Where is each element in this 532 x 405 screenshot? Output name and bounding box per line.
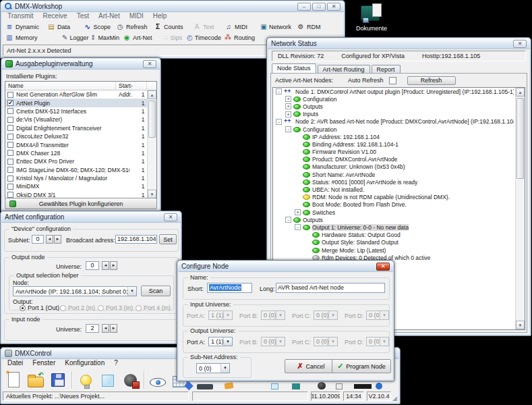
plugin-row[interactable]: DiscoLitez Deluxe321 [5,132,156,140]
tree-item[interactable]: Manufacturer: Unknown (0x53 0x4b) [273,163,525,171]
tree-item-selected[interactable]: -Output 1: Universe: 0-0 - No new data [273,223,525,231]
input-universe-spinner[interactable]: ◄► [102,324,117,333]
tree-item[interactable]: Binding Address: 192.168.1.104-1 [273,140,525,148]
tree-item[interactable]: +Configuration [273,95,525,103]
close-button[interactable] [376,263,390,271]
timecode-button[interactable]: Timecode [184,34,221,41]
scroll-down-arrow[interactable]: ▼ [516,321,525,329]
plugin-row[interactable]: Enttec DMX Pro Driver1 [5,157,156,165]
light-scene-button[interactable] [77,370,94,390]
menu-transmit[interactable]: Transmit [3,12,38,21]
dropdown-arrow-icon[interactable]: ▼ [127,287,136,296]
titlebar-pluginmanager[interactable]: Ausgabepluginverwaltung [2,59,160,70]
plugin-checkbox[interactable] [7,134,13,140]
counts-button[interactable]: Counts [151,24,190,30]
tree-item[interactable]: Merge Mode: Ltp (Latest) [273,246,525,254]
plugin-row-selected[interactable]: ArtNet Plugin1 [5,99,156,107]
tree-item[interactable]: Boot Mode: Booted from Flash Drive. [273,201,525,209]
plugin-row[interactable]: Kristol Nys / Manolator / Magnulator1 [5,174,156,182]
plugin-row[interactable]: Next Generation AfterGlow Slim1 [5,90,156,99]
menu-artnet[interactable]: Art-Net [94,12,125,21]
column-header-name[interactable]: Name [5,82,116,90]
plugin-checkbox[interactable] [7,184,13,190]
tree-item[interactable]: IP Address: 192.168.1.104 [273,133,525,140]
visualizer-button[interactable] [149,370,167,390]
tree-item[interactable]: Product: DMXControl.AvrArtNode [273,156,525,163]
input-universe-field[interactable]: 2 [86,324,99,333]
menu-datei[interactable]: Datei [3,359,28,368]
plugin-row[interactable]: Cinetix DMX-512 Interfaces1 [5,107,156,115]
output-universe-field[interactable]: 0 [86,261,99,270]
subnet-field[interactable]: 0 [32,235,44,244]
titlebar-configure-node[interactable]: Configure Node [178,261,393,272]
menu-help[interactable]: ? [109,359,123,368]
tree-item[interactable]: -Configuration [273,126,525,133]
close-button[interactable] [164,213,177,221]
plugin-checkbox[interactable] [7,125,13,131]
titlebar-network-status[interactable]: Network Status [268,38,530,49]
broadcast-address-field[interactable]: 192.168.1.104 [115,235,157,244]
plugin-row[interactable]: de:Vis (Visualizer)1 [5,115,156,124]
menu-help[interactable]: Help [148,12,172,21]
close-button[interactable] [513,40,527,48]
tree-item[interactable]: Hardware Status: Output Good [273,232,525,239]
network-button[interactable]: Network [258,24,294,30]
tree-expander[interactable]: - [276,88,282,94]
plugin-row[interactable]: DMX4All Transmitter1 [5,140,156,148]
scroll-up-arrow[interactable]: ▲ [516,88,525,97]
close-button[interactable] [143,60,156,68]
plugin-checkbox[interactable] [7,167,13,173]
plugin-checkbox[interactable] [7,150,13,156]
tree-item[interactable]: RDM: Node is not RDM capable (Unidirecti… [273,194,525,201]
tree-item[interactable]: -Node 2: AVR based Art-Net node [Product… [273,118,525,126]
output-universe-spinner[interactable]: ◄► [102,261,117,270]
scan-button[interactable]: Scan [141,286,171,296]
data-button[interactable]: Data [45,24,81,30]
titlebar-artnet-configuration[interactable]: ArtNet configuration [1,212,181,223]
effects-button[interactable] [99,370,117,390]
tree-expander[interactable]: - [285,217,291,223]
plugin-list-scrollbar[interactable]: ▲ ▼ [147,90,156,198]
plugin-row[interactable]: DMX Chaser 1281 [5,149,156,157]
tree-expander[interactable]: + [285,103,291,109]
tree-expander[interactable]: + [295,209,301,215]
plugin-row[interactable]: IMG StageLine DMX-60; DMX-120; DMX-510..… [5,166,156,174]
tree-expander[interactable]: - [295,224,301,230]
port1-out-radio[interactable]: Port 1 (Out) [20,304,59,311]
scroll-thumb[interactable] [148,101,156,138]
auto-refresh-checkbox[interactable] [389,77,396,84]
maxmin-button[interactable]: MaxMin [88,34,120,41]
subnet-spinner[interactable]: ◄► [46,235,61,244]
resize-grip[interactable]: ◢ [392,395,397,402]
audio-button[interactable] [121,370,139,390]
plugin-row[interactable]: Digital Enlightenment Transceiver1 [5,124,156,132]
artnet-button[interactable]: Art-Net [120,34,161,41]
desktop-icon-dokumente[interactable]: Dokumente [345,2,398,32]
plugin-checkbox[interactable] [7,92,13,98]
menu-midi[interactable]: MIDI [125,12,148,21]
tree-expander[interactable]: + [285,111,291,117]
node-dropdown[interactable]: AvrArtNode (IP: 192.168.1.104; Subnet 0;… [13,286,137,296]
tree-item[interactable]: +Outputs [273,103,525,110]
configure-plugin-button[interactable]: Gewähltes Plugin konfigurieren [5,198,157,209]
tab-node-status[interactable]: Node Status [272,63,316,74]
subnet-address-dropdown[interactable]: 0 (0)▼ [196,363,230,373]
maximize-button[interactable] [312,3,326,11]
menu-konfiguration[interactable]: Konfiguration [60,359,109,368]
midi-button[interactable]: MIDI [222,24,258,30]
tree-item[interactable]: Short Name: AvrArtNode [273,171,525,178]
menu-test[interactable]: Test [72,12,94,21]
plugin-checkbox[interactable] [7,159,13,165]
tree-expander[interactable]: - [276,119,282,125]
program-node-button[interactable]: ✓ Program Node [332,359,391,373]
save-project-button[interactable] [49,370,67,390]
cancel-button[interactable]: ✗ Cancel [285,359,337,373]
plugin-checkbox[interactable] [7,108,13,114]
minimize-button[interactable] [297,3,311,11]
plugin-checkbox[interactable] [7,142,13,148]
tree-item[interactable]: Output Style: Standard Output [273,239,525,246]
output-port-a-dropdown[interactable]: 1 (1)▼ [208,337,233,346]
column-header-start-addr[interactable]: Start-Addr. [116,82,147,90]
menu-fenster[interactable]: Fenster [28,359,60,368]
tree-scrollbar[interactable]: ▲ ▼ [515,88,525,329]
